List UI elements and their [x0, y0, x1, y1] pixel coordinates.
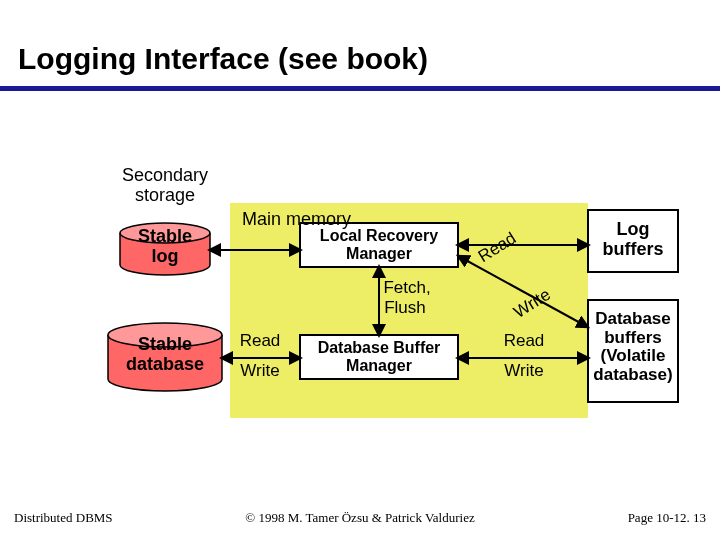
- footer-right: Page 10-12. 13: [628, 510, 706, 526]
- stable-log-text: Stablelog: [120, 227, 210, 267]
- dbm-label-1: Database Buffer: [318, 339, 441, 356]
- log-buffers-text: Logbuffers: [588, 220, 678, 260]
- label-read-left: Read: [240, 331, 281, 350]
- secondary-storage-label: Secondarystorage: [110, 166, 220, 206]
- footer-center: © 1998 M. Tamer Özsu & Patrick Valduriez: [0, 510, 720, 526]
- label-write-right: Write: [504, 361, 543, 380]
- dbm-label-2: Manager: [346, 357, 412, 374]
- label-write-left: Write: [240, 361, 279, 380]
- db-buffers-text: Databasebuffers(Volatiledatabase): [588, 310, 678, 385]
- main-memory-label: Main memory: [242, 210, 351, 230]
- label-fetch: Fetch,: [383, 278, 430, 297]
- label-read-right: Read: [504, 331, 545, 350]
- lrm-label-2: Manager: [346, 245, 412, 262]
- stable-db-text: Stabledatabase: [108, 335, 222, 375]
- diagram-canvas: Local Recovery Manager Database Buffer M…: [0, 0, 720, 540]
- label-flush: Flush: [384, 298, 426, 317]
